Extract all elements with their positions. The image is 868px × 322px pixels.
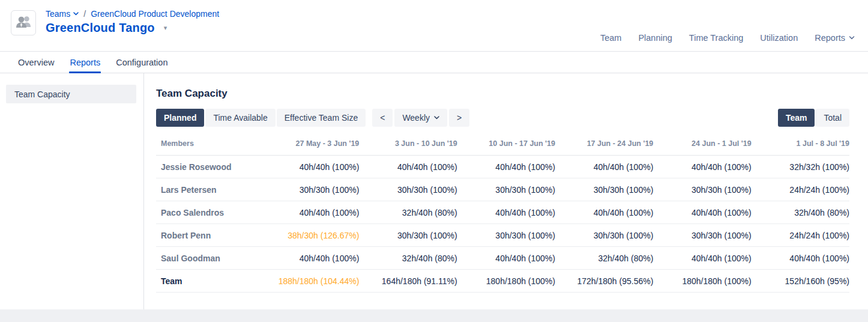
capacity-cell: 40h/40h (100%) bbox=[359, 156, 457, 178]
tab-bar: OverviewReportsConfiguration bbox=[0, 51, 868, 73]
table-row: Paco Salendros40h/40h (100%)32h/40h (80%… bbox=[156, 201, 849, 224]
period-next-button[interactable]: > bbox=[449, 109, 469, 127]
table-row: Lars Petersen30h/30h (100%)30h/30h (100%… bbox=[156, 178, 849, 201]
capacity-cell: 40h/40h (100%) bbox=[555, 156, 653, 178]
member-name: Saul Goodman bbox=[156, 247, 261, 270]
capacity-cell: 40h/40h (100%) bbox=[457, 201, 555, 224]
view-switcher: PlannedTime AvailableEffective Team Size bbox=[156, 109, 366, 127]
capacity-cell: 32h/32h (100%) bbox=[752, 156, 849, 178]
capacity-cell: 32h/40h (80%) bbox=[752, 201, 849, 224]
period-dropdown[interactable]: Weekly bbox=[394, 109, 447, 127]
tab[interactable]: Reports bbox=[62, 52, 108, 73]
chevron-down-icon bbox=[434, 116, 439, 120]
capacity-cell: 32h/40h (80%) bbox=[359, 201, 457, 224]
toggle-button[interactable]: Time Available bbox=[205, 109, 275, 127]
capacity-cell: 180h/180h (100%) bbox=[457, 270, 555, 293]
column-header: 3 Jun - 10 Jun '19 bbox=[359, 139, 457, 156]
header-text-block: Teams / GreenCloud Product Development G… bbox=[46, 7, 219, 51]
report-title: Team Capacity bbox=[156, 88, 849, 100]
breadcrumb-teams-link[interactable]: Teams bbox=[46, 9, 79, 19]
capacity-cell: 188h/180h (104.44%) bbox=[261, 270, 359, 293]
title-dropdown-icon[interactable]: ▾ bbox=[164, 25, 167, 31]
column-header: 1 Jul - 8 Jul '19 bbox=[752, 139, 849, 156]
capacity-cell: 32h/40h (80%) bbox=[555, 247, 653, 270]
capacity-cell: 32h/40h (80%) bbox=[359, 247, 457, 270]
breadcrumb: Teams / GreenCloud Product Development bbox=[46, 9, 219, 19]
capacity-cell: 40h/40h (100%) bbox=[752, 247, 849, 270]
capacity-cell: 24h/24h (100%) bbox=[752, 224, 849, 247]
table-header-row: Members27 May - 3 Jun '193 Jun - 10 Jun … bbox=[156, 139, 849, 156]
capacity-cell: 40h/40h (100%) bbox=[261, 156, 359, 178]
capacity-cell: 40h/40h (100%) bbox=[261, 201, 359, 224]
tab[interactable]: Overview bbox=[10, 52, 62, 73]
capacity-cell: 24h/24h (100%) bbox=[752, 178, 849, 201]
chevron-down-icon bbox=[73, 12, 79, 16]
capacity-cell: 40h/40h (100%) bbox=[261, 247, 359, 270]
member-name: Team bbox=[156, 270, 261, 293]
page-title: GreenCloud Tango bbox=[46, 21, 155, 35]
team-group-icon bbox=[15, 14, 32, 32]
breadcrumb-parent-link[interactable]: GreenCloud Product Development bbox=[91, 9, 219, 19]
sidebar: Team Capacity bbox=[0, 73, 144, 309]
capacity-cell: 30h/30h (100%) bbox=[555, 224, 653, 247]
capacity-cell: 40h/40h (100%) bbox=[653, 156, 751, 178]
header-nav: Team Planning Time Tracking Utilization … bbox=[600, 33, 855, 51]
column-header: Members bbox=[156, 139, 261, 156]
capacity-cell: 180h/180h (100%) bbox=[653, 270, 751, 293]
content: Team Capacity Team Capacity PlannedTime … bbox=[0, 73, 868, 309]
breadcrumb-separator: / bbox=[83, 9, 86, 19]
capacity-cell: 40h/40h (100%) bbox=[653, 201, 751, 224]
header-nav-item[interactable]: Utilization bbox=[760, 33, 798, 43]
capacity-cell: 30h/30h (100%) bbox=[457, 178, 555, 201]
tab[interactable]: Configuration bbox=[108, 52, 175, 73]
footer-bar bbox=[0, 309, 868, 322]
capacity-cell: 30h/30h (100%) bbox=[359, 178, 457, 201]
period-prev-button[interactable]: < bbox=[372, 109, 393, 127]
capacity-cell: 40h/40h (100%) bbox=[555, 201, 653, 224]
column-header: 10 Jun - 17 Jun '19 bbox=[457, 139, 555, 156]
team-avatar bbox=[11, 10, 36, 35]
member-name: Lars Petersen bbox=[156, 178, 261, 201]
member-name: Paco Salendros bbox=[156, 201, 261, 224]
toggle-button[interactable]: Total bbox=[816, 109, 849, 127]
app-header: Teams / GreenCloud Product Development G… bbox=[0, 0, 868, 51]
app-root: Teams / GreenCloud Product Development G… bbox=[0, 0, 868, 322]
capacity-cell: 30h/30h (100%) bbox=[653, 178, 751, 201]
table-row: Jessie Rosewood40h/40h (100%)40h/40h (10… bbox=[156, 156, 849, 178]
capacity-cell: 164h/180h (91.11%) bbox=[359, 270, 457, 293]
capacity-cell: 172h/180h (95.56%) bbox=[555, 270, 653, 293]
capacity-table: Members27 May - 3 Jun '193 Jun - 10 Jun … bbox=[156, 139, 849, 293]
capacity-cell: 30h/30h (100%) bbox=[653, 224, 751, 247]
period-nav: < Weekly > bbox=[372, 109, 469, 127]
capacity-cell: 152h/160h (95%) bbox=[752, 270, 849, 293]
toggle-button[interactable]: Effective Team Size bbox=[277, 109, 366, 127]
capacity-cell: 40h/40h (100%) bbox=[653, 247, 751, 270]
header-nav-item[interactable]: Planning bbox=[638, 33, 672, 43]
capacity-cell: 40h/40h (100%) bbox=[457, 247, 555, 270]
header-nav-item[interactable]: Time Tracking bbox=[689, 33, 744, 43]
capacity-cell: 30h/30h (100%) bbox=[359, 224, 457, 247]
capacity-cell: 30h/30h (100%) bbox=[457, 224, 555, 247]
toggle-button[interactable]: Team bbox=[778, 109, 815, 127]
table-row: Robert Penn38h/30h (126.67%)30h/30h (100… bbox=[156, 224, 849, 247]
capacity-cell: 30h/30h (100%) bbox=[261, 178, 359, 201]
table-total-row: Team188h/180h (104.44%)164h/180h (91.11%… bbox=[156, 270, 849, 293]
report-toolbar: PlannedTime AvailableEffective Team Size… bbox=[156, 109, 849, 127]
member-name: Robert Penn bbox=[156, 224, 261, 247]
column-header: 24 Jun - 1 Jul '19 bbox=[653, 139, 751, 156]
sidebar-item[interactable]: Team Capacity bbox=[6, 85, 136, 103]
capacity-cell: 38h/30h (126.67%) bbox=[261, 224, 359, 247]
header-nav-item[interactable]: Team bbox=[600, 33, 621, 43]
member-name: Jessie Rosewood bbox=[156, 156, 261, 178]
toggle-button[interactable]: Planned bbox=[156, 109, 204, 127]
table-row: Saul Goodman40h/40h (100%)32h/40h (80%)4… bbox=[156, 247, 849, 270]
scope-switcher: TeamTotal bbox=[778, 109, 849, 127]
chevron-down-icon bbox=[849, 36, 855, 40]
column-header: 27 May - 3 Jun '19 bbox=[261, 139, 359, 156]
main-panel: Team Capacity PlannedTime AvailableEffec… bbox=[144, 73, 868, 309]
capacity-cell: 40h/40h (100%) bbox=[457, 156, 555, 178]
header-nav-item[interactable]: Reports bbox=[815, 33, 855, 43]
column-header: 17 Jun - 24 Jun '19 bbox=[555, 139, 653, 156]
capacity-cell: 30h/30h (100%) bbox=[555, 178, 653, 201]
